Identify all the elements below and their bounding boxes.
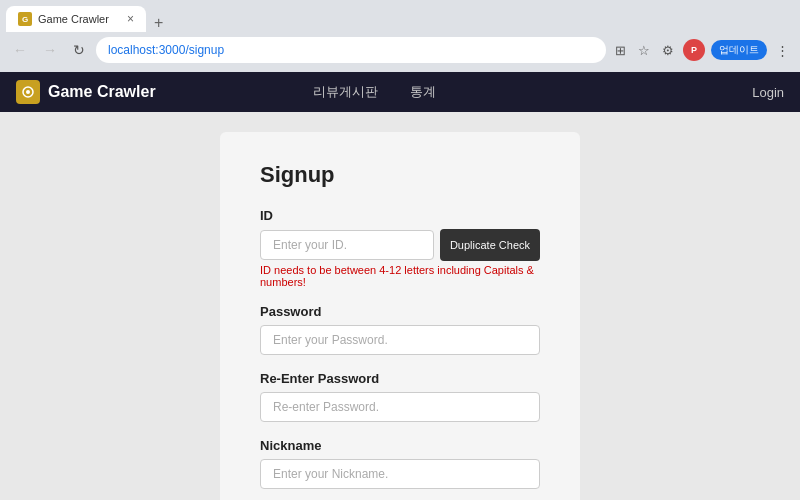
id-error-message: ID needs to be between 4-12 letters incl… bbox=[260, 264, 540, 288]
id-section: ID Duplicate Check ID needs to be betwee… bbox=[260, 208, 540, 288]
bookmark-button[interactable]: ☆ bbox=[635, 41, 653, 60]
reload-button[interactable]: ↻ bbox=[68, 40, 90, 60]
back-button[interactable]: ← bbox=[8, 40, 32, 60]
browser-actions: ⊞ ☆ ⚙ P 업데이트 ⋮ bbox=[612, 39, 792, 61]
tab-bar: G Game Crawler × + bbox=[0, 0, 800, 32]
password-label: Password bbox=[260, 304, 540, 319]
url-text: localhost:3000/signup bbox=[108, 43, 224, 57]
address-bar: ← → ↻ localhost:3000/signup ⊞ ☆ ⚙ P 업데이트… bbox=[0, 32, 800, 68]
tab-title: Game Crawler bbox=[38, 13, 121, 25]
id-input[interactable] bbox=[260, 230, 434, 260]
signup-title: Signup bbox=[260, 162, 540, 188]
id-label: ID bbox=[260, 208, 540, 223]
repassword-section: Re-Enter Password bbox=[260, 371, 540, 422]
app-title: Game Crawler bbox=[48, 83, 156, 101]
repassword-input[interactable] bbox=[260, 392, 540, 422]
browser-chrome: G Game Crawler × + ← → ↻ localhost:3000/… bbox=[0, 0, 800, 72]
profile-button[interactable]: P bbox=[683, 39, 705, 61]
extensions-button[interactable]: ⊞ bbox=[612, 41, 629, 60]
nickname-section: Nickname bbox=[260, 438, 540, 489]
app-logo: Game Crawler bbox=[16, 80, 156, 104]
password-section: Password bbox=[260, 304, 540, 355]
settings-button[interactable]: ⚙ bbox=[659, 41, 677, 60]
forward-button[interactable]: → bbox=[38, 40, 62, 60]
logo-icon bbox=[16, 80, 40, 104]
nav-reviews[interactable]: 리뷰게시판 bbox=[313, 83, 378, 101]
signup-card: Signup ID Duplicate Check ID needs to be… bbox=[220, 132, 580, 500]
new-tab-button[interactable]: + bbox=[146, 14, 171, 32]
nav-links: 리뷰게시판 통계 bbox=[313, 83, 436, 101]
svg-point-1 bbox=[26, 90, 30, 94]
update-button[interactable]: 업데이트 bbox=[711, 40, 767, 60]
tab-close-button[interactable]: × bbox=[127, 12, 134, 26]
more-button[interactable]: ⋮ bbox=[773, 41, 792, 60]
app-nav: Game Crawler 리뷰게시판 통계 Login bbox=[0, 72, 800, 112]
password-input[interactable] bbox=[260, 325, 540, 355]
nav-login[interactable]: Login bbox=[752, 85, 784, 100]
nickname-label: Nickname bbox=[260, 438, 540, 453]
url-bar[interactable]: localhost:3000/signup bbox=[96, 37, 606, 63]
id-input-row: Duplicate Check bbox=[260, 229, 540, 261]
active-tab[interactable]: G Game Crawler × bbox=[6, 6, 146, 32]
nickname-input[interactable] bbox=[260, 459, 540, 489]
repassword-label: Re-Enter Password bbox=[260, 371, 540, 386]
nav-stats[interactable]: 통계 bbox=[410, 83, 436, 101]
page-content: Signup ID Duplicate Check ID needs to be… bbox=[0, 112, 800, 500]
duplicate-check-button[interactable]: Duplicate Check bbox=[440, 229, 540, 261]
tab-favicon: G bbox=[18, 12, 32, 26]
